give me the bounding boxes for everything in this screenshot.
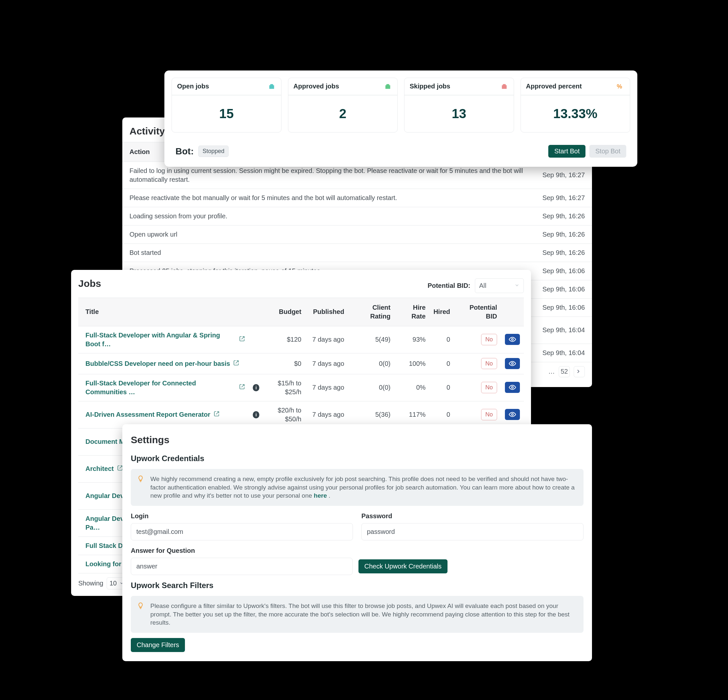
activity-date: Sep 9th, 16:26 [535,225,592,243]
chevron-right-icon [575,368,583,376]
stat-card-value: 15 [175,105,278,122]
start-bot-button[interactable]: Start Bot [548,145,585,158]
external-link-icon [239,335,245,344]
stat-card: Open jobs 15 [172,78,282,133]
stat-card-label: Skipped jobs [410,82,450,91]
briefcase-icon [500,83,508,90]
job-hired: 0 [430,374,454,401]
jobs-col-title: Title [78,298,249,326]
svg-point-2 [511,386,513,388]
jobs-filter-label: Potential BID: [428,281,470,290]
activity-date: Sep 9th, 16:06 [535,262,592,280]
jobs-col-published: Published [305,298,348,326]
activity-date: Sep 9th, 16:26 [535,243,592,262]
briefcase-icon: % [616,83,625,90]
job-bid-pill: No [481,409,497,420]
filters-heading: Upwork Search Filters [131,580,584,591]
job-published: 7 days ago [305,374,348,401]
view-job-button[interactable] [505,334,520,345]
credentials-note-link[interactable]: here [314,492,327,499]
job-published: 7 days ago [305,326,348,353]
credentials-note-text: We highly recommend creating a new, empt… [150,476,575,499]
stat-card-value: 13.33% [524,105,627,122]
settings-title: Settings [131,433,584,447]
activity-date: Sep 9th, 16:27 [535,189,592,207]
external-link-icon [214,410,220,419]
job-rating: 0(0) [348,353,394,374]
lightbulb-icon [137,475,146,485]
jobs-col-rating: Client Rating [348,298,394,326]
activity-action: Open upwork url [122,225,535,243]
jobs-row: Bubble/CSS Developer need on per-hour ba… [78,353,524,374]
jobs-filter-value: All [479,281,486,290]
job-title-link[interactable]: AI-Driven Assessment Report Generator [85,410,220,419]
jobs-filter-select[interactable]: All [475,278,524,293]
stat-card-value: 2 [292,105,394,122]
stop-bot-button[interactable]: Stop Bot [589,145,626,158]
activity-row: Loading session from your profile. Sep 9… [122,207,592,225]
activity-date: Sep 9th, 16:04 [535,317,592,344]
svg-text:%: % [617,83,622,90]
stat-card: Approved jobs 2 [288,78,398,133]
stat-card-label: Approved percent [526,82,582,91]
jobs-row: Full-Stack Developer with Angular & Spri… [78,326,524,353]
info-icon: i [253,411,260,418]
activity-row: Open upwork url Sep 9th, 16:26 [122,225,592,243]
svg-point-3 [511,414,513,415]
stat-card: Approved percent % 13.33% [521,78,630,133]
jobs-col-budget: Budget [249,298,305,326]
view-job-button[interactable] [505,382,520,393]
credentials-note: We highly recommend creating a new, empt… [131,469,584,506]
job-title-link[interactable]: Architect [85,464,123,473]
external-link-icon [117,464,123,473]
login-input[interactable] [131,523,353,541]
pager-next[interactable] [574,366,585,377]
job-hirerate: 0% [394,374,430,401]
job-budget: $20/h to $50/h [262,406,301,424]
change-filters-button[interactable]: Change Filters [131,638,185,652]
jobs-col-bid: Potential BID [454,298,501,326]
job-rating: 5(49) [348,326,394,353]
jobs-col-hirerate: Hire Rate [394,298,430,326]
login-label: Login [131,512,353,521]
activity-date: Sep 9th, 16:26 [535,207,592,225]
filters-note-text: Please configure a filter similar to Upw… [150,602,578,627]
bot-status: Stopped [198,146,229,157]
stat-card-label: Approved jobs [293,82,339,91]
lightbulb-icon [137,602,146,612]
job-title-link[interactable]: Full-Stack Developer with Angular & Spri… [85,331,245,349]
job-title-link[interactable]: Full-Stack Developer for Connected Commu… [85,379,245,396]
job-hired: 0 [430,326,454,353]
info-icon: i [253,384,260,391]
stat-card-label: Open jobs [177,82,209,91]
external-link-icon [239,383,245,392]
pager-page[interactable]: 52 [559,366,570,377]
job-budget: $15/h to $25/h [262,379,301,396]
activity-date: Sep 9th, 16:06 [535,280,592,298]
briefcase-icon [267,83,276,90]
activity-action: Bot started [122,243,535,262]
job-budget: $0 [294,359,301,368]
svg-point-1 [511,363,513,364]
pager-ellipsis: … [548,367,555,376]
job-hired: 0 [430,353,454,374]
job-bid-pill: No [481,334,497,345]
stat-card-value: 13 [408,105,510,122]
briefcase-icon [384,83,392,90]
job-title-link[interactable]: Bubble/CSS Developer need on per-hour ba… [85,359,239,368]
activity-action: Please reactivate the bot manually or wa… [122,189,535,207]
jobs-col-hired: Hired [430,298,454,326]
job-budget: $120 [287,335,301,344]
password-input[interactable] [361,523,584,541]
job-published: 7 days ago [305,353,348,374]
activity-row: Please reactivate the bot manually or wa… [122,189,592,207]
jobs-col-actions [501,298,524,326]
activity-date: Sep 9th, 16:04 [535,344,592,362]
view-job-button[interactable] [505,358,520,369]
bot-label: Bot: [175,145,194,158]
check-credentials-button[interactable]: Check Upwork Credentials [358,559,448,573]
answer-input[interactable] [131,558,352,575]
activity-date: Sep 9th, 16:06 [535,298,592,317]
answer-label: Answer for Question [131,546,584,555]
view-job-button[interactable] [505,409,520,420]
